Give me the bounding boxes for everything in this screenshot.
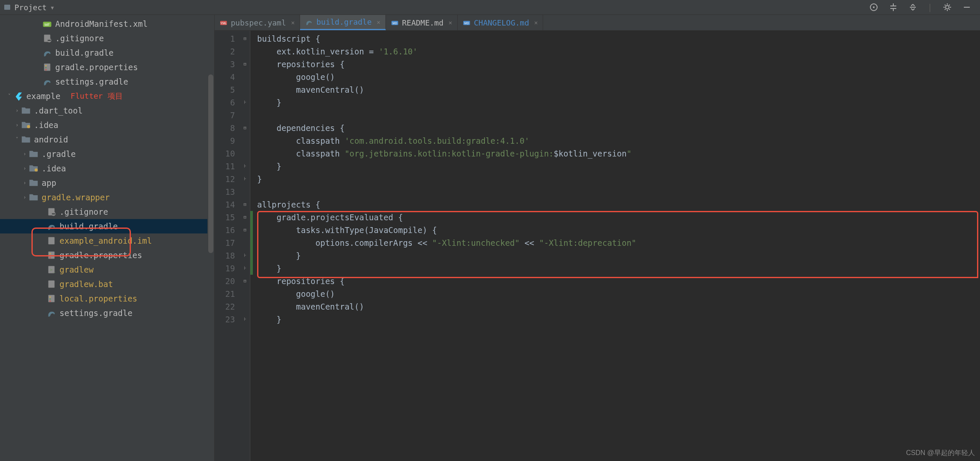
md-icon <box>391 19 399 26</box>
editor-tab[interactable]: README.md ✕ <box>386 15 458 30</box>
expand-arrow-icon[interactable]: › <box>20 176 29 190</box>
close-icon[interactable]: ✕ <box>449 19 452 26</box>
gitignore-icon <box>47 207 56 216</box>
project-icon <box>3 3 11 11</box>
gradle-icon <box>47 222 56 231</box>
tree-item-label: AndroidManifest.xml <box>55 17 147 31</box>
md-icon <box>463 19 470 26</box>
props-icon <box>42 63 52 72</box>
tree-item[interactable]: gradle.properties <box>0 60 214 74</box>
expand-arrow-icon[interactable]: ˅ <box>5 89 14 103</box>
tree-item[interactable]: ›.idea <box>0 161 214 176</box>
props-icon <box>47 294 56 303</box>
svg-point-19 <box>873 6 875 8</box>
tree-item[interactable]: build.gradle <box>0 46 214 60</box>
fold-column[interactable]: ⊟⊟⊦⊟⊦⊦⊟⊟⊟⊦⊦⊟⊦ <box>240 31 250 461</box>
tree-item-label: gradlew <box>59 262 93 277</box>
code-editor[interactable]: 1234567891011121314151617181920212223 ⊟⊟… <box>215 31 980 461</box>
tree-item[interactable]: ›gradle.wrapper <box>0 190 214 205</box>
editor-tab[interactable]: build.gradle ✕ <box>300 15 385 30</box>
tree-item[interactable]: AndroidManifest.xml <box>0 17 214 31</box>
tree-item[interactable]: settings.gradle <box>0 306 214 320</box>
tab-label: README.md <box>402 18 444 27</box>
expand-all-icon[interactable] <box>889 3 898 12</box>
project-selector[interactable]: Project ▾ <box>3 3 55 12</box>
tree-item-label: gradle.wrapper <box>42 190 110 205</box>
tree-item[interactable]: ˅exampleFlutter 项目 <box>0 89 214 103</box>
scroll-thumb[interactable] <box>208 74 213 253</box>
flutter-icon <box>14 91 23 101</box>
expand-arrow-icon[interactable]: › <box>13 118 21 132</box>
tree-item[interactable]: ›app <box>0 176 214 190</box>
tree-item-label: app <box>42 176 56 190</box>
gradle-icon <box>42 77 52 86</box>
gradle-icon <box>47 308 56 318</box>
tree-item[interactable]: .gitignore <box>0 31 214 46</box>
tree-item[interactable]: settings.gradle <box>0 74 214 89</box>
tree-item[interactable]: ˅android <box>0 132 214 147</box>
tree-item[interactable]: ›.idea <box>0 118 214 132</box>
expand-arrow-icon[interactable]: › <box>20 161 29 176</box>
folder-icon <box>29 178 38 188</box>
project-label: Project <box>14 3 47 12</box>
yml-icon <box>220 19 227 26</box>
tree-item-label: .idea <box>42 161 66 176</box>
file-icon <box>47 279 56 289</box>
tree-item-label: android <box>34 132 68 147</box>
tree-item[interactable]: example_android.iml <box>0 233 214 248</box>
tab-label: pubspec.yaml <box>231 18 286 27</box>
editor-tab[interactable]: pubspec.yaml ✕ <box>215 15 300 30</box>
tab-label: build.gradle <box>316 17 371 26</box>
folder-idea-icon <box>29 164 38 173</box>
expand-arrow-icon[interactable]: ˅ <box>13 132 21 147</box>
expand-arrow-icon[interactable]: › <box>20 147 29 161</box>
props-icon <box>47 250 56 260</box>
tree-item-label: gradlew.bat <box>59 277 113 291</box>
expand-arrow-icon[interactable]: › <box>20 190 29 205</box>
top-toolbar: Project ▾ | <box>0 0 980 15</box>
tree-item[interactable]: local.properties <box>0 291 214 306</box>
close-icon[interactable]: ✕ <box>291 19 295 26</box>
tree-annotation: Flutter 项目 <box>71 89 123 103</box>
tree-item[interactable]: gradle.properties <box>0 248 214 262</box>
tree-item-label: .idea <box>34 118 58 132</box>
gradle-icon <box>42 48 52 57</box>
tree-item-label: settings.gradle <box>59 306 133 320</box>
tree-item-label: example_android.iml <box>59 233 152 248</box>
folder-icon <box>29 193 38 202</box>
gear-icon[interactable] <box>943 3 952 12</box>
tree-item-label: local.properties <box>59 291 137 306</box>
svg-rect-21 <box>964 7 970 8</box>
tree-item[interactable]: gradlew.bat <box>0 277 214 291</box>
tree-item-label: .gitignore <box>59 205 108 219</box>
tab-label: CHANGELOG.md <box>474 18 529 27</box>
svg-point-20 <box>946 6 949 9</box>
folder-idea-icon <box>21 120 31 130</box>
svg-rect-17 <box>4 5 10 10</box>
editor-tab[interactable]: CHANGELOG.md ✕ <box>458 15 543 30</box>
tree-item[interactable]: build.gradle <box>0 219 214 233</box>
expand-arrow-icon[interactable]: › <box>13 103 21 118</box>
file-icon <box>47 236 56 245</box>
tree-item-label: example <box>26 89 60 103</box>
gitignore-icon <box>42 34 52 43</box>
mf-icon <box>42 19 52 28</box>
tree-item-label: gradle.properties <box>59 248 142 262</box>
tree-item[interactable]: gradlew <box>0 262 214 277</box>
collapse-all-icon[interactable] <box>908 3 918 12</box>
tree-scrollbar[interactable] <box>207 32 214 304</box>
tree-item-label: build.gradle <box>59 219 118 233</box>
hide-icon[interactable] <box>962 3 972 12</box>
line-gutter: 1234567891011121314151617181920212223 <box>215 31 240 461</box>
tree-item[interactable]: .gitignore <box>0 205 214 219</box>
target-icon[interactable] <box>869 3 878 12</box>
tree-item-label: .dart_tool <box>34 103 82 118</box>
tree-item[interactable]: ›.dart_tool <box>0 103 214 118</box>
tree-item[interactable]: ›.gradle <box>0 147 214 161</box>
tree-item-label: settings.gradle <box>55 74 128 89</box>
code-content[interactable]: buildscript { ext.kotlin_version = '1.6.… <box>253 31 980 461</box>
close-icon[interactable]: ✕ <box>377 19 380 26</box>
close-icon[interactable]: ✕ <box>534 19 538 26</box>
tree-item-label: gradle.properties <box>55 60 138 74</box>
tree-item-label: .gradle <box>42 147 76 161</box>
